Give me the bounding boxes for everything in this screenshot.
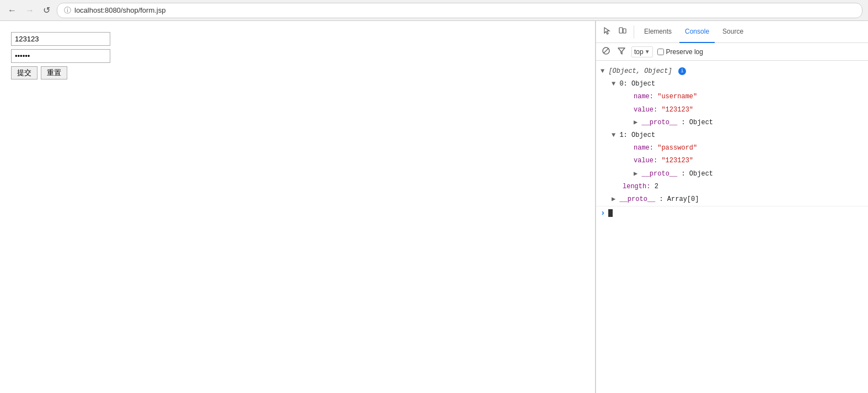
console-toolbar: top ▼ Preserve log xyxy=(596,43,868,61)
item0-name-line: name: "username" xyxy=(596,91,868,103)
filter-button[interactable] xyxy=(616,45,627,58)
clear-console-button[interactable] xyxy=(601,45,612,58)
item1-value-key: value: xyxy=(634,157,657,164)
address-bar: ⓘ localhost:8080/shop/form.jsp xyxy=(57,3,862,18)
preserve-log-checkbox[interactable] xyxy=(657,49,664,55)
svg-line-3 xyxy=(604,49,609,54)
form-buttons: 提交 重置 xyxy=(11,66,584,79)
main-layout: 提交 重置 Elements Console Sourc xyxy=(0,21,868,393)
devtools-panel: Elements Console Source top ▼ xyxy=(596,21,868,393)
item1-proto-colon: : Object xyxy=(681,170,713,178)
item0-value-val: "123123" xyxy=(661,106,693,114)
root-proto-key: __proto__ xyxy=(619,195,655,203)
item0-label: 0: Object xyxy=(619,80,655,88)
root-object-label: [Object, Object] xyxy=(608,67,672,75)
expand-root-proto-icon[interactable]: ▶ xyxy=(612,195,615,203)
item1-value-val: "123123" xyxy=(661,157,693,164)
collapse-item0-icon[interactable]: ▼ xyxy=(612,80,615,88)
item1-label: 1: Object xyxy=(619,131,655,139)
preserve-log-label[interactable]: Preserve log xyxy=(657,48,703,56)
devtools-toolbar: Elements Console Source xyxy=(596,21,868,43)
context-dropdown[interactable]: top ▼ xyxy=(631,46,653,57)
expand-item1-proto-icon[interactable]: ▶ xyxy=(634,170,637,178)
item0-value-key: value: xyxy=(634,106,657,114)
tab-elements[interactable]: Elements xyxy=(639,21,677,43)
inspect-element-button[interactable] xyxy=(601,24,614,40)
preserve-log-text: Preserve log xyxy=(666,48,703,56)
url-display: localhost:8080/shop/form.jsp xyxy=(74,6,165,14)
svg-rect-0 xyxy=(619,28,623,33)
reload-button[interactable]: ↺ xyxy=(41,4,52,17)
console-cursor xyxy=(608,209,613,217)
context-label: top xyxy=(634,48,644,56)
item1-name-val: "password" xyxy=(657,144,697,152)
item0-name-val: "username" xyxy=(657,93,697,100)
expand-item0-proto-icon[interactable]: ▶ xyxy=(634,119,637,126)
item1-proto-line[interactable]: ▶ __proto__ : Object xyxy=(596,168,868,180)
reset-button[interactable]: 重置 xyxy=(41,66,67,79)
tab-console[interactable]: Console xyxy=(679,21,715,43)
toolbar-divider xyxy=(634,25,634,39)
root-object-line[interactable]: ▼ [Object, Object] i xyxy=(596,65,868,78)
info-icon: ⓘ xyxy=(64,6,71,15)
root-proto-line[interactable]: ▶ __proto__ : Array[0] xyxy=(596,193,868,206)
item0-proto-colon: : Object xyxy=(681,119,713,126)
password-input[interactable] xyxy=(11,49,110,63)
length-line: length: 2 xyxy=(596,180,868,193)
console-input-line[interactable]: › xyxy=(596,206,868,220)
svg-rect-1 xyxy=(623,29,626,33)
username-input[interactable] xyxy=(11,32,110,46)
item0-proto-key: __proto__ xyxy=(641,119,677,126)
collapse-root-icon[interactable]: ▼ xyxy=(601,67,604,75)
console-prompt-icon: › xyxy=(601,209,605,217)
item0-line[interactable]: ▼ 0: Object xyxy=(596,78,868,91)
page-content: 提交 重置 xyxy=(0,21,596,393)
browser-chrome: ← → ↺ ⓘ localhost:8080/shop/form.jsp xyxy=(0,0,868,21)
item1-proto-key: __proto__ xyxy=(641,170,677,178)
dropdown-arrow-icon: ▼ xyxy=(645,49,650,55)
console-output: ▼ [Object, Object] i ▼ 0: Object name: "… xyxy=(596,61,868,393)
length-val: 2 xyxy=(655,183,658,190)
item1-name-key: name: xyxy=(634,144,653,152)
submit-button[interactable]: 提交 xyxy=(11,66,37,79)
svg-marker-4 xyxy=(618,48,625,54)
item0-value-line: value: "123123" xyxy=(596,104,868,116)
forward-button[interactable]: → xyxy=(23,4,36,17)
item1-name-line: name: "password" xyxy=(596,142,868,155)
info-badge: i xyxy=(678,67,686,75)
item0-name-key: name: xyxy=(634,93,653,100)
collapse-item1-icon[interactable]: ▼ xyxy=(612,131,615,139)
back-button[interactable]: ← xyxy=(6,4,19,17)
item0-proto-line[interactable]: ▶ __proto__ : Object xyxy=(596,116,868,129)
item1-value-line: value: "123123" xyxy=(596,155,868,167)
length-key: length: xyxy=(623,183,650,190)
item1-line[interactable]: ▼ 1: Object xyxy=(596,129,868,142)
device-mode-button[interactable] xyxy=(616,24,629,40)
tab-source[interactable]: Source xyxy=(717,21,749,43)
root-proto-colon: : Array[0] xyxy=(659,195,699,203)
